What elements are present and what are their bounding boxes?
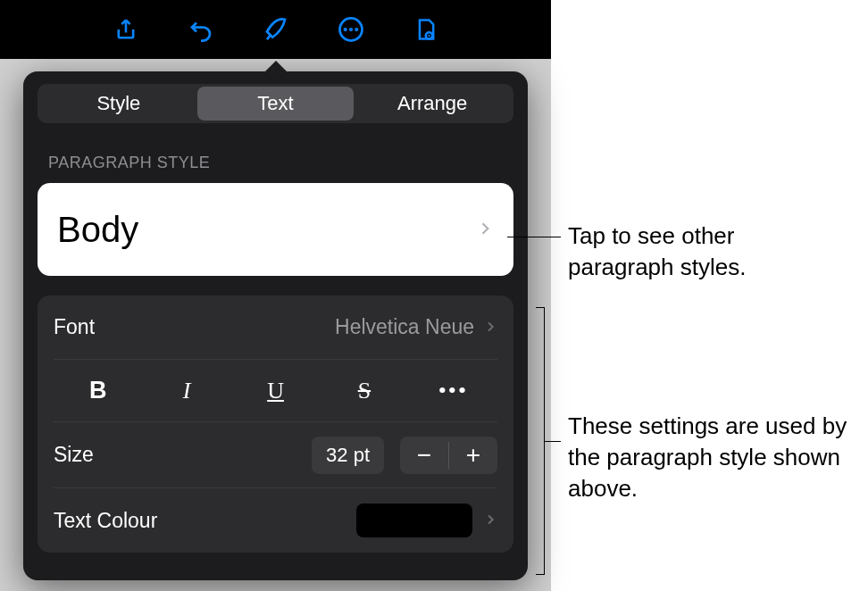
paragraph-style-name: Body bbox=[57, 210, 138, 250]
more-format-button[interactable]: ••• bbox=[409, 378, 497, 404]
font-value: Helvetica Neue bbox=[335, 315, 474, 339]
callout-text-1: Tap to see other paragraph styles. bbox=[568, 221, 845, 283]
undo-icon[interactable] bbox=[187, 15, 215, 44]
more-circle-icon[interactable] bbox=[337, 15, 365, 44]
text-colour-label: Text Colour bbox=[54, 509, 356, 533]
font-row[interactable]: Font Helvetica Neue bbox=[54, 296, 497, 360]
size-decrease-button[interactable]: − bbox=[400, 437, 448, 474]
size-row: Size 32 pt − + bbox=[54, 422, 497, 488]
size-increase-button[interactable]: + bbox=[449, 437, 497, 474]
chevron-right-icon bbox=[483, 316, 497, 339]
tab-text[interactable]: Text bbox=[197, 87, 355, 121]
underline-button[interactable]: U bbox=[231, 378, 320, 404]
paragraph-style-heading: PARAGRAPH STYLE bbox=[48, 154, 513, 172]
callout-text-2: These settings are used by the paragraph… bbox=[568, 411, 863, 504]
svg-point-5 bbox=[428, 35, 430, 37]
share-icon[interactable] bbox=[112, 15, 140, 44]
callout-bracket bbox=[536, 307, 545, 575]
chevron-right-icon bbox=[476, 215, 494, 244]
svg-point-2 bbox=[350, 29, 352, 30]
paragraph-style-picker[interactable]: Body bbox=[38, 183, 513, 276]
format-brush-icon[interactable] bbox=[262, 15, 290, 44]
size-label: Size bbox=[54, 443, 303, 467]
text-settings-card: Font Helvetica Neue B I U S ••• Size 32 … bbox=[38, 296, 513, 553]
strikethrough-button[interactable]: S bbox=[320, 378, 408, 404]
colour-swatch[interactable] bbox=[356, 504, 472, 537]
svg-point-3 bbox=[355, 29, 357, 30]
top-toolbar bbox=[0, 0, 551, 59]
app-panel: Style Text Arrange PARAGRAPH STYLE Body … bbox=[0, 0, 551, 591]
tab-style[interactable]: Style bbox=[40, 87, 197, 121]
font-label: Font bbox=[54, 315, 335, 339]
size-stepper: − + bbox=[400, 437, 497, 474]
size-value[interactable]: 32 pt bbox=[312, 437, 384, 474]
text-colour-row[interactable]: Text Colour bbox=[54, 488, 497, 553]
svg-point-1 bbox=[345, 29, 346, 30]
callout-line-2 bbox=[545, 441, 561, 442]
format-popover: Style Text Arrange PARAGRAPH STYLE Body … bbox=[23, 71, 528, 580]
format-tabs: Style Text Arrange bbox=[38, 84, 513, 123]
bold-button[interactable]: B bbox=[54, 377, 142, 404]
document-mode-icon[interactable] bbox=[412, 15, 440, 44]
callout-line-1 bbox=[507, 237, 561, 237]
format-buttons-row: B I U S ••• bbox=[54, 360, 497, 422]
tab-arrange[interactable]: Arrange bbox=[354, 87, 511, 121]
chevron-right-icon bbox=[483, 509, 497, 532]
italic-button[interactable]: I bbox=[142, 378, 230, 404]
